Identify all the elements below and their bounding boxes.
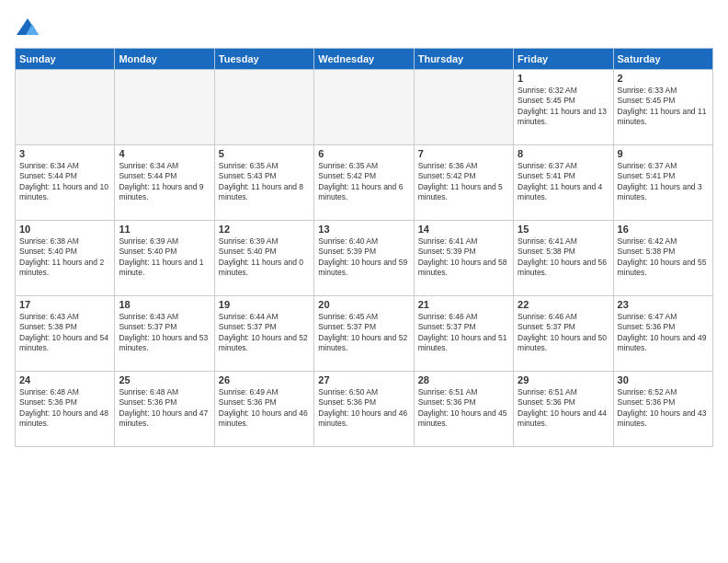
day-cell-21: 21Sunrise: 6:46 AMSunset: 5:37 PMDayligh… — [414, 296, 513, 372]
day-number: 21 — [418, 299, 509, 310]
day-number: 25 — [119, 374, 210, 385]
day-info: Sunrise: 6:52 AMSunset: 5:36 PMDaylight:… — [618, 387, 709, 430]
day-info: Sunrise: 6:34 AMSunset: 5:44 PMDaylight:… — [119, 161, 210, 203]
day-cell-4: 4Sunrise: 6:34 AMSunset: 5:44 PMDaylight… — [115, 145, 214, 221]
day-cell-20: 20Sunrise: 6:45 AMSunset: 5:37 PMDayligh… — [314, 296, 414, 372]
day-info: Sunrise: 6:36 AMSunset: 5:42 PMDaylight:… — [418, 161, 509, 203]
day-cell-14: 14Sunrise: 6:41 AMSunset: 5:39 PMDayligh… — [414, 221, 513, 296]
day-cell-13: 13Sunrise: 6:40 AMSunset: 5:39 PMDayligh… — [314, 221, 414, 296]
calendar-header-row: SundayMondayTuesdayWednesdayThursdayFrid… — [16, 49, 713, 70]
day-cell-1: 1Sunrise: 6:32 AMSunset: 5:45 PMDaylight… — [514, 70, 613, 145]
day-info: Sunrise: 6:37 AMSunset: 5:41 PMDaylight:… — [618, 161, 709, 203]
week-row-3: 10Sunrise: 6:38 AMSunset: 5:40 PMDayligh… — [16, 221, 713, 296]
day-info: Sunrise: 6:51 AMSunset: 5:36 PMDaylight:… — [418, 387, 509, 430]
day-info: Sunrise: 6:45 AMSunset: 5:37 PMDaylight:… — [318, 312, 409, 354]
day-info: Sunrise: 6:32 AMSunset: 5:45 PMDaylight:… — [518, 86, 609, 128]
day-number: 8 — [518, 148, 609, 159]
day-info: Sunrise: 6:47 AMSunset: 5:36 PMDaylight:… — [618, 312, 709, 354]
day-info: Sunrise: 6:43 AMSunset: 5:37 PMDaylight:… — [119, 312, 210, 354]
day-cell-3: 3Sunrise: 6:34 AMSunset: 5:44 PMDaylight… — [16, 145, 115, 221]
day-cell-5: 5Sunrise: 6:35 AMSunset: 5:43 PMDaylight… — [214, 145, 313, 221]
col-header-monday: Monday — [115, 49, 214, 70]
empty-cell — [115, 70, 214, 145]
day-info: Sunrise: 6:46 AMSunset: 5:37 PMDaylight:… — [418, 312, 509, 354]
day-info: Sunrise: 6:33 AMSunset: 5:45 PMDaylight:… — [618, 86, 709, 128]
empty-cell — [314, 70, 414, 145]
day-number: 4 — [119, 148, 210, 159]
calendar-table: SundayMondayTuesdayWednesdayThursdayFrid… — [15, 48, 713, 447]
day-cell-28: 28Sunrise: 6:51 AMSunset: 5:36 PMDayligh… — [414, 372, 513, 447]
col-header-wednesday: Wednesday — [314, 49, 414, 70]
day-cell-11: 11Sunrise: 6:39 AMSunset: 5:40 PMDayligh… — [115, 221, 214, 296]
day-number: 30 — [618, 374, 709, 385]
day-number: 15 — [518, 224, 609, 235]
day-number: 10 — [19, 224, 110, 235]
day-number: 13 — [318, 224, 409, 235]
day-info: Sunrise: 6:41 AMSunset: 5:38 PMDaylight:… — [518, 236, 609, 279]
day-info: Sunrise: 6:48 AMSunset: 5:36 PMDaylight:… — [119, 387, 210, 430]
day-cell-30: 30Sunrise: 6:52 AMSunset: 5:36 PMDayligh… — [613, 372, 712, 447]
day-info: Sunrise: 6:42 AMSunset: 5:38 PMDaylight:… — [618, 236, 709, 279]
day-info: Sunrise: 6:48 AMSunset: 5:36 PMDaylight:… — [19, 387, 110, 430]
empty-cell — [16, 70, 115, 145]
day-info: Sunrise: 6:35 AMSunset: 5:43 PMDaylight:… — [219, 161, 310, 203]
empty-cell — [414, 70, 513, 145]
col-header-friday: Friday — [514, 49, 613, 70]
logo — [15, 15, 44, 40]
day-cell-23: 23Sunrise: 6:47 AMSunset: 5:36 PMDayligh… — [613, 296, 712, 372]
day-number: 3 — [19, 148, 110, 159]
day-info: Sunrise: 6:38 AMSunset: 5:40 PMDaylight:… — [19, 236, 110, 279]
day-number: 18 — [119, 299, 210, 310]
day-info: Sunrise: 6:51 AMSunset: 5:36 PMDaylight:… — [518, 387, 609, 430]
day-info: Sunrise: 6:44 AMSunset: 5:37 PMDaylight:… — [219, 312, 310, 354]
col-header-tuesday: Tuesday — [214, 49, 313, 70]
day-number: 17 — [19, 299, 110, 310]
day-cell-6: 6Sunrise: 6:35 AMSunset: 5:42 PMDaylight… — [314, 145, 414, 221]
day-number: 16 — [618, 224, 709, 235]
day-cell-17: 17Sunrise: 6:43 AMSunset: 5:38 PMDayligh… — [16, 296, 115, 372]
day-cell-9: 9Sunrise: 6:37 AMSunset: 5:41 PMDaylight… — [613, 145, 712, 221]
day-number: 11 — [119, 224, 210, 235]
day-cell-8: 8Sunrise: 6:37 AMSunset: 5:41 PMDaylight… — [514, 145, 613, 221]
empty-cell — [214, 70, 313, 145]
day-info: Sunrise: 6:37 AMSunset: 5:41 PMDaylight:… — [518, 161, 609, 203]
day-info: Sunrise: 6:34 AMSunset: 5:44 PMDaylight:… — [19, 161, 110, 203]
day-number: 12 — [219, 224, 310, 235]
col-header-thursday: Thursday — [414, 49, 513, 70]
day-number: 20 — [318, 299, 409, 310]
day-number: 29 — [518, 374, 609, 385]
day-number: 26 — [219, 374, 310, 385]
page: SundayMondayTuesdayWednesdayThursdayFrid… — [0, 0, 728, 563]
day-cell-10: 10Sunrise: 6:38 AMSunset: 5:40 PMDayligh… — [16, 221, 115, 296]
day-number: 14 — [418, 224, 509, 235]
week-row-2: 3Sunrise: 6:34 AMSunset: 5:44 PMDaylight… — [16, 145, 713, 221]
day-cell-25: 25Sunrise: 6:48 AMSunset: 5:36 PMDayligh… — [115, 372, 214, 447]
day-info: Sunrise: 6:43 AMSunset: 5:38 PMDaylight:… — [19, 312, 110, 354]
week-row-4: 17Sunrise: 6:43 AMSunset: 5:38 PMDayligh… — [16, 296, 713, 372]
day-cell-2: 2Sunrise: 6:33 AMSunset: 5:45 PMDaylight… — [613, 70, 712, 145]
day-info: Sunrise: 6:49 AMSunset: 5:36 PMDaylight:… — [219, 387, 310, 430]
day-number: 2 — [618, 73, 709, 84]
col-header-sunday: Sunday — [16, 49, 115, 70]
day-cell-29: 29Sunrise: 6:51 AMSunset: 5:36 PMDayligh… — [514, 372, 613, 447]
day-cell-18: 18Sunrise: 6:43 AMSunset: 5:37 PMDayligh… — [115, 296, 214, 372]
day-number: 6 — [318, 148, 409, 159]
day-cell-26: 26Sunrise: 6:49 AMSunset: 5:36 PMDayligh… — [214, 372, 313, 447]
day-cell-12: 12Sunrise: 6:39 AMSunset: 5:40 PMDayligh… — [214, 221, 313, 296]
day-cell-19: 19Sunrise: 6:44 AMSunset: 5:37 PMDayligh… — [214, 296, 313, 372]
day-info: Sunrise: 6:35 AMSunset: 5:42 PMDaylight:… — [318, 161, 409, 203]
day-number: 19 — [219, 299, 310, 310]
day-number: 7 — [418, 148, 509, 159]
day-number: 5 — [219, 148, 310, 159]
day-info: Sunrise: 6:50 AMSunset: 5:36 PMDaylight:… — [318, 387, 409, 430]
day-cell-22: 22Sunrise: 6:46 AMSunset: 5:37 PMDayligh… — [514, 296, 613, 372]
day-cell-7: 7Sunrise: 6:36 AMSunset: 5:42 PMDaylight… — [414, 145, 513, 221]
day-number: 23 — [618, 299, 709, 310]
day-number: 27 — [318, 374, 409, 385]
day-info: Sunrise: 6:46 AMSunset: 5:37 PMDaylight:… — [518, 312, 609, 354]
day-number: 1 — [518, 73, 609, 84]
day-cell-24: 24Sunrise: 6:48 AMSunset: 5:36 PMDayligh… — [16, 372, 115, 447]
week-row-5: 24Sunrise: 6:48 AMSunset: 5:36 PMDayligh… — [16, 372, 713, 447]
col-header-saturday: Saturday — [613, 49, 712, 70]
day-cell-16: 16Sunrise: 6:42 AMSunset: 5:38 PMDayligh… — [613, 221, 712, 296]
